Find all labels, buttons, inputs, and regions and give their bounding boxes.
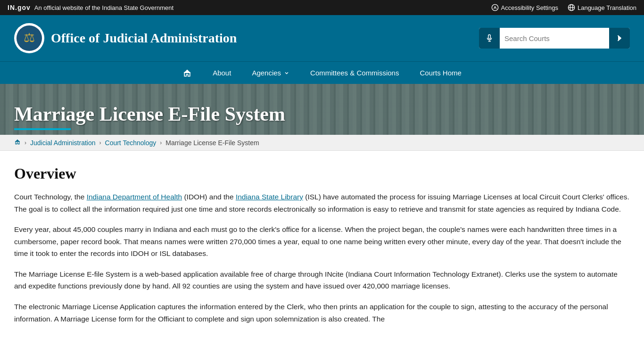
mic-icon (485, 34, 494, 42)
globe-icon (568, 4, 575, 11)
arrow-right-icon (615, 34, 624, 42)
svg-text:⚖: ⚖ (24, 31, 35, 45)
nav-about[interactable]: About (202, 62, 241, 84)
search-input[interactable] (500, 28, 609, 49)
header-brand: ⚖ Office of Judicial Administration (14, 23, 237, 53)
search-submit-button[interactable] (609, 28, 630, 49)
overview-heading: Overview (14, 165, 630, 182)
breadcrumb-home-link[interactable] (14, 139, 21, 147)
navbar: About Agencies Committees & Commissions … (0, 61, 644, 84)
hero-banner: Marriage License E-File System (0, 84, 644, 135)
language-link[interactable]: Language Translation (568, 4, 636, 11)
main-content: Overview Court Technology, the Indiana D… (0, 151, 644, 352)
logo-emblem: ⚖ (16, 25, 43, 52)
hero-title: Marriage License E-File System (14, 103, 630, 125)
header: ⚖ Office of Judicial Administration (0, 15, 644, 61)
topbar-left: IN.gov An official website of the Indian… (8, 4, 173, 11)
header-search (479, 28, 630, 49)
nav-home[interactable] (172, 62, 202, 84)
breadcrumb-sep-2: › (99, 140, 101, 146)
nav-agencies[interactable]: Agencies (241, 62, 300, 84)
search-mic-button[interactable] (479, 28, 500, 49)
breadcrumb-current: Marriage License E-File System (165, 139, 259, 147)
breadcrumb-sep-3: › (160, 140, 162, 146)
breadcrumb-court-tech-link[interactable]: Court Technology (105, 139, 157, 147)
accessibility-link[interactable]: A Accessibility Settings (491, 4, 558, 11)
official-text: An official website of the Indiana State… (34, 4, 173, 11)
topbar: IN.gov An official website of the Indian… (0, 0, 644, 15)
ingov-logo: IN.gov (8, 4, 31, 11)
accessibility-icon: A (491, 4, 499, 11)
home-icon (182, 68, 192, 78)
breadcrumb-sep-1: › (25, 140, 26, 146)
header-title: Office of Judicial Administration (51, 31, 237, 46)
overview-para-1: Court Technology, the Indiana Department… (14, 191, 630, 215)
breadcrumb: › Judicial Administration › Court Techno… (0, 135, 644, 151)
svg-text:A: A (493, 5, 496, 10)
isl-link[interactable]: Indiana State Library (236, 193, 303, 201)
overview-para-4: The electronic Marriage License Applicat… (14, 301, 630, 325)
idoh-link[interactable]: Indiana Department of Health (87, 193, 182, 201)
chevron-down-icon (284, 70, 289, 76)
overview-para-3: The Marriage License E-file System is a … (14, 268, 630, 292)
breadcrumb-home-icon (14, 139, 21, 145)
topbar-right: A Accessibility Settings Language Transl… (491, 4, 636, 11)
nav-committees[interactable]: Committees & Commissions (300, 62, 409, 84)
nav-courts-home[interactable]: Courts Home (409, 62, 471, 84)
hero-underline (14, 128, 71, 130)
header-logo: ⚖ (14, 23, 44, 53)
breadcrumb-judicial-link[interactable]: Judicial Administration (30, 139, 96, 147)
overview-para-2: Every year, about 45,000 couples marry i… (14, 223, 630, 260)
